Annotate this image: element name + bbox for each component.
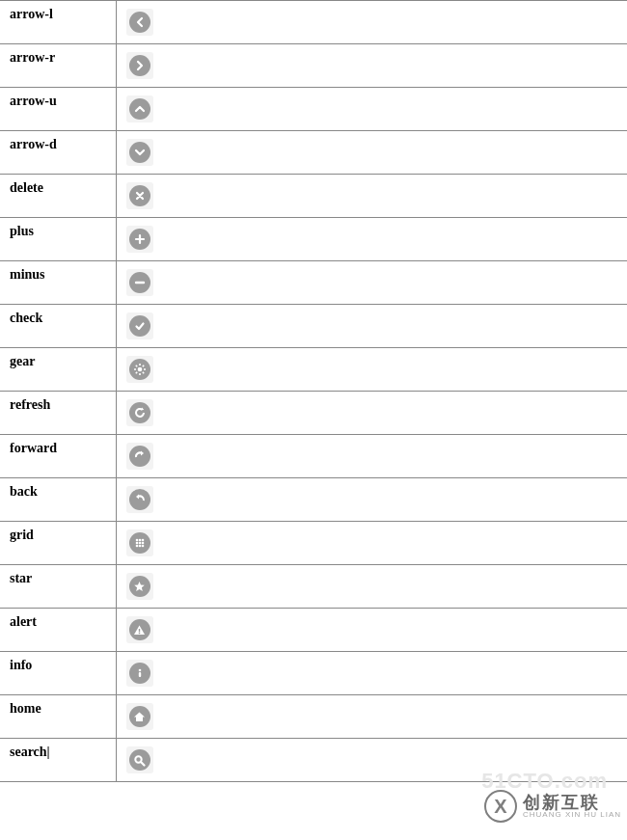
arrow-down-icon	[129, 142, 150, 163]
info-icon	[129, 663, 150, 684]
svg-point-16	[138, 545, 141, 548]
alert-icon-button[interactable]	[126, 616, 153, 643]
forward-icon	[129, 446, 150, 467]
table-row: home	[0, 695, 627, 739]
icon-name-label: arrow-r	[0, 44, 116, 88]
gear-icon	[129, 359, 150, 380]
icon-preview-cell	[116, 565, 627, 609]
svg-point-13	[138, 542, 141, 545]
svg-rect-18	[139, 629, 140, 632]
star-icon-button[interactable]	[126, 573, 153, 600]
icon-name-label: delete	[0, 175, 116, 218]
arrow-right-icon-button[interactable]	[126, 52, 153, 79]
icon-name-label: plus	[0, 218, 116, 261]
icon-name-label: search|	[0, 739, 116, 782]
svg-line-8	[142, 366, 143, 366]
icon-preview-cell	[116, 522, 627, 565]
forward-icon-button[interactable]	[126, 443, 153, 470]
icon-preview-cell	[116, 175, 627, 218]
watermark-ghost-text: 51CTO.com	[481, 769, 608, 782]
table-row: alert	[0, 609, 627, 652]
icon-preview-cell	[116, 695, 627, 739]
svg-point-19	[139, 632, 141, 634]
icon-preview-cell	[116, 435, 627, 478]
icon-preview-cell	[116, 478, 627, 522]
icon-reference-table: arrow-larrow-rarrow-uarrow-ddeleteplusmi…	[0, 0, 627, 782]
icon-name-label: star	[0, 565, 116, 609]
table-row: check	[0, 305, 627, 348]
icon-name-label: gear	[0, 348, 116, 392]
icon-name-label: arrow-l	[0, 1, 116, 44]
table-row: forward	[0, 435, 627, 478]
table-row: arrow-l	[0, 1, 627, 44]
table-row: arrow-u	[0, 88, 627, 131]
check-icon	[129, 315, 150, 337]
grid-icon	[129, 532, 150, 554]
svg-point-11	[141, 539, 144, 542]
table-row: gear	[0, 348, 627, 392]
icon-name-label: arrow-d	[0, 131, 116, 175]
icon-name-label: check	[0, 305, 116, 348]
minus-icon	[129, 272, 150, 293]
alert-icon	[129, 619, 150, 640]
arrow-right-icon	[129, 55, 150, 76]
search-icon	[129, 749, 150, 771]
grid-icon-button[interactable]	[126, 529, 153, 556]
table-row: star	[0, 565, 627, 609]
svg-point-20	[138, 669, 141, 672]
icon-name-label: grid	[0, 522, 116, 565]
refresh-icon-button[interactable]	[126, 399, 153, 426]
table-row: grid	[0, 522, 627, 565]
minus-icon-button[interactable]	[126, 269, 153, 296]
table-row: plus	[0, 218, 627, 261]
plus-icon-button[interactable]	[126, 226, 153, 253]
gear-icon-button[interactable]	[126, 356, 153, 383]
svg-point-17	[141, 545, 144, 548]
table-row: back	[0, 478, 627, 522]
back-icon	[129, 489, 150, 510]
icon-preview-cell	[116, 392, 627, 435]
search-icon-button[interactable]	[126, 746, 153, 773]
icon-preview-cell	[116, 652, 627, 695]
star-icon	[129, 576, 150, 597]
back-icon-button[interactable]	[126, 486, 153, 513]
icon-preview-cell	[116, 261, 627, 305]
table-row: refresh	[0, 392, 627, 435]
svg-point-9	[135, 539, 138, 542]
icon-preview-cell	[116, 218, 627, 261]
table-row: delete	[0, 175, 627, 218]
svg-line-7	[135, 372, 136, 373]
plus-icon	[129, 229, 150, 250]
svg-point-15	[135, 545, 138, 548]
icon-name-label: home	[0, 695, 116, 739]
icon-name-label: back	[0, 478, 116, 522]
icon-preview-cell	[116, 305, 627, 348]
icon-preview-cell	[116, 348, 627, 392]
table-row: info	[0, 652, 627, 695]
arrow-up-icon	[129, 98, 150, 120]
svg-point-0	[137, 367, 142, 372]
refresh-icon	[129, 402, 150, 423]
svg-line-5	[135, 366, 136, 366]
icon-name-label: forward	[0, 435, 116, 478]
icon-name-label: alert	[0, 609, 116, 652]
svg-line-23	[141, 762, 145, 766]
icon-preview-cell	[116, 88, 627, 131]
svg-rect-21	[138, 672, 140, 677]
svg-point-12	[135, 542, 138, 545]
arrow-left-icon	[129, 12, 150, 33]
icon-name-label: refresh	[0, 392, 116, 435]
arrow-down-icon-button[interactable]	[126, 139, 153, 166]
icon-name-label: info	[0, 652, 116, 695]
home-icon-button[interactable]	[126, 703, 153, 730]
arrow-up-icon-button[interactable]	[126, 95, 153, 122]
info-icon-button[interactable]	[126, 660, 153, 687]
delete-icon-button[interactable]	[126, 182, 153, 209]
check-icon-button[interactable]	[126, 312, 153, 339]
icon-name-label: arrow-u	[0, 88, 116, 131]
arrow-left-icon-button[interactable]	[126, 9, 153, 36]
icon-name-label: minus	[0, 261, 116, 305]
table-row: arrow-d	[0, 131, 627, 175]
home-icon	[129, 706, 150, 727]
svg-point-14	[141, 542, 144, 545]
